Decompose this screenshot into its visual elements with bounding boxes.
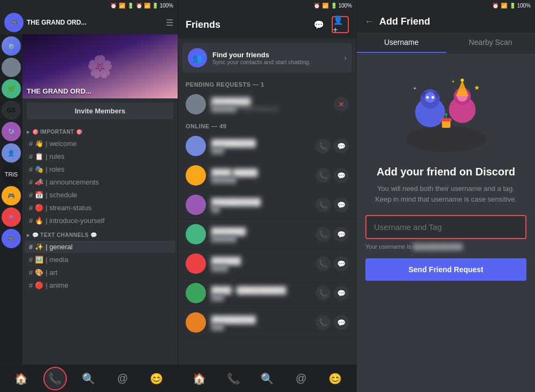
nav-home-icon-2[interactable]: 🏠 (188, 367, 211, 390)
call-friend-5-button[interactable]: 📞 (316, 256, 331, 271)
message-friend-7-button[interactable]: 💬 (334, 315, 349, 330)
friend-avatar-4 (186, 224, 206, 244)
sidebar-avatar-1[interactable]: ⚙️ (2, 36, 21, 56)
call-friend-7-button[interactable]: 📞 (316, 315, 331, 330)
channel-general[interactable]: # ✨ | general (25, 241, 175, 253)
back-button[interactable]: ← (364, 16, 374, 27)
friend-status-3: ██ (211, 206, 310, 212)
nav-phone-icon[interactable]: 📞 (43, 367, 67, 390)
channel-announcements[interactable]: # 📣 | announcements (25, 176, 175, 188)
channel-schedule[interactable]: # 📅 | schedule (25, 189, 175, 201)
find-friends-text: Find your friends Sync your contacts and… (212, 51, 310, 65)
friend-info-5: ██████ ████ (211, 257, 310, 271)
invite-members-button[interactable]: Invite Members (27, 103, 173, 119)
friend-item-2[interactable]: ████ █████ ██████ 📞 💬 (178, 161, 356, 190)
channel-stream-status[interactable]: # 🔴 | stream-status (25, 202, 175, 214)
svg-point-11 (461, 79, 464, 82)
sidebar-avatar-9[interactable]: 👾 (2, 207, 21, 227)
category-important[interactable]: ▸ 🎯 IMPORTANT 🎯 (22, 127, 178, 137)
nav-search-icon[interactable]: 🔍 (77, 367, 101, 390)
call-friend-2-button[interactable]: 📞 (316, 168, 331, 183)
friend-avatar-1 (186, 136, 206, 156)
friend-item-4[interactable]: ███████ ██████ 📞 💬 (178, 220, 356, 249)
sidebar-avatar-4[interactable]: GS (2, 101, 21, 120)
add-friend-description: You will need both their username and a … (365, 183, 526, 204)
tab-nearby-scan[interactable]: Nearby Scan (446, 33, 536, 53)
username-input-wrapper (365, 215, 526, 239)
friend-item-1[interactable]: █████████ ███ 📞 💬 (178, 132, 356, 161)
friend-status-1: ███ (211, 147, 310, 153)
nav-profile-icon[interactable]: 😊 (144, 367, 168, 390)
pending-requests-label: PENDING REQUESTS — 1 (178, 77, 356, 90)
username-tag-input[interactable] (366, 216, 525, 238)
friend-name-6: ████ / ██████████ (211, 286, 310, 294)
friend-item-6[interactable]: ████ / ██████████ ███ 📞 💬 (178, 279, 356, 308)
channel-art[interactable]: # 🎨 | art (25, 266, 175, 279)
friend-item-7[interactable]: █████████ ███ 📞 💬 (178, 308, 356, 337)
sidebar-avatar-discord[interactable]: 🎮 (2, 229, 21, 248)
channel-media[interactable]: # 🖼️ | media (25, 253, 175, 266)
call-friend-3-button[interactable]: 📞 (316, 197, 331, 212)
sidebar-avatar-7[interactable]: TRiS (2, 165, 21, 184)
svg-text:★: ★ (474, 84, 480, 91)
friend-actions-1: 📞 💬 (316, 139, 349, 153)
nav-mention-icon[interactable]: @ (111, 367, 134, 390)
svg-point-5 (426, 96, 429, 99)
add-friend-illustration: ★ ✦ ✦ (398, 70, 494, 155)
nav-home-icon[interactable]: 🏠 (10, 367, 33, 390)
friends-header: Friends 💬 👤+ (178, 11, 356, 39)
channel-welcome[interactable]: # 👋 | welcome (25, 137, 175, 150)
category-text-channels[interactable]: ▸ 💬 TEXT CHANNELS 💬 (22, 230, 178, 240)
pending-avatar (186, 94, 206, 114)
sidebar-avatar-2[interactable] (2, 58, 21, 77)
friend-actions-3: 📞 💬 (316, 197, 349, 212)
sidebar-avatar-3[interactable]: 🌿 (2, 79, 21, 98)
friend-info-3: ██████████ ██ (211, 198, 310, 212)
friend-avatar-5 (186, 253, 206, 274)
call-friend-4-button[interactable]: 📞 (316, 227, 331, 242)
tab-username[interactable]: Username (357, 33, 446, 53)
friend-name-3: ██████████ (211, 198, 310, 206)
message-friend-2-button[interactable]: 💬 (334, 168, 349, 183)
username-hint: Your username is ████████████ (365, 243, 463, 250)
add-friend-title: Add Friend (379, 16, 430, 27)
message-friend-4-button[interactable]: 💬 (334, 227, 349, 242)
friends-chat-icon[interactable]: 💬 (310, 16, 327, 33)
send-friend-request-button[interactable]: Send Friend Request (365, 258, 526, 281)
nav-mention-icon-2[interactable]: @ (289, 367, 313, 390)
bottom-nav-panel1: 🏠 📞 🔍 @ 😊 (0, 364, 178, 392)
decline-request-button[interactable]: ✕ (334, 97, 349, 112)
message-friend-1-button[interactable]: 💬 (334, 139, 349, 153)
hamburger-icon[interactable]: ☰ (166, 18, 173, 28)
sidebar-avatar-6[interactable]: 👤 (2, 143, 21, 163)
friends-header-icons: 💬 👤+ (310, 16, 349, 33)
channel-roles[interactable]: # 🎭 | roles (25, 163, 175, 175)
sidebar-avatar-8[interactable]: 🎮 (2, 186, 21, 205)
friend-actions-7: 📞 💬 (316, 315, 349, 330)
friend-avatar-2 (186, 165, 206, 186)
chevron-right-icon: › (344, 53, 347, 62)
sidebar-avatar-5[interactable]: 🔮 (2, 122, 21, 141)
friend-item-5[interactable]: ██████ ████ 📞 💬 (178, 249, 356, 279)
nav-phone-icon-2[interactable]: 📞 (221, 367, 245, 390)
message-friend-5-button[interactable]: 💬 (334, 256, 349, 271)
add-friend-icon[interactable]: 👤+ (332, 16, 349, 33)
message-friend-3-button[interactable]: 💬 (334, 197, 349, 212)
friend-item-3[interactable]: ██████████ ██ 📞 💬 (178, 190, 356, 220)
discord-icon[interactable]: 🎮 (4, 13, 24, 32)
call-friend-1-button[interactable]: 📞 (316, 139, 331, 153)
pending-request-item[interactable]: ████████ ██████ Friend Request ✕ (178, 90, 356, 119)
friend-avatar-3 (186, 195, 206, 215)
find-friends-banner[interactable]: 👥 Find your friends Sync your contacts a… (182, 43, 352, 73)
nav-search-icon-2[interactable]: 🔍 (255, 367, 279, 390)
call-friend-6-button[interactable]: 📞 (316, 286, 331, 301)
friends-scroll-area: 👥 Find your friends Sync your contacts a… (178, 39, 356, 364)
channel-introduce-yourself[interactable]: # 🔥 | introduce-yourself (25, 214, 175, 227)
channel-anime[interactable]: # 🔴 | anime (25, 279, 175, 291)
nav-profile-icon-2[interactable]: 😊 (323, 367, 347, 390)
pending-type: ██████ Friend Request (211, 105, 328, 112)
message-friend-6-button[interactable]: 💬 (334, 286, 349, 301)
friend-name-5: ██████ (211, 257, 310, 265)
svg-point-0 (406, 126, 486, 152)
channel-rules[interactable]: # 📋 | rules (25, 150, 175, 163)
